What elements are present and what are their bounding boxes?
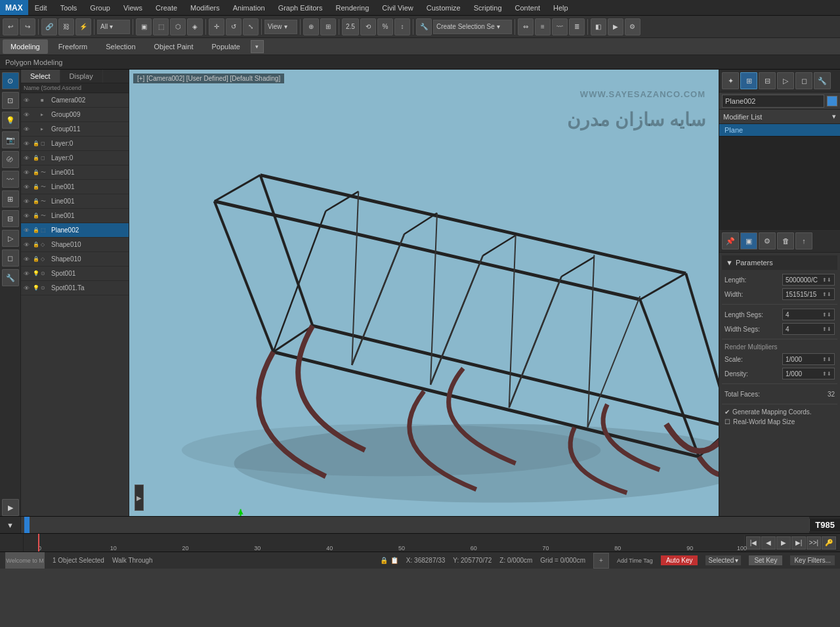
add-time-tag-btn[interactable]: + xyxy=(593,553,609,569)
select-paint-button[interactable]: ◈ xyxy=(187,18,203,35)
tab-object-paint[interactable]: Object Paint xyxy=(146,39,201,54)
scene-item-spot001-ta[interactable]: 👁 💡 ⊙ Spot001.Ta xyxy=(21,281,129,295)
show-modifier-btn[interactable]: ▣ xyxy=(740,232,757,249)
select-lasso-button[interactable]: ⬡ xyxy=(170,18,186,35)
set-key-btn[interactable]: Set Key xyxy=(749,555,782,565)
render-button[interactable]: ▶ xyxy=(608,18,623,35)
minimap-toggle[interactable]: ▶ xyxy=(135,485,144,511)
pin-modifier-btn[interactable]: 📌 xyxy=(722,232,739,249)
quick-render[interactable]: ⚙ xyxy=(625,18,640,35)
select-region-btn[interactable]: ⊡ xyxy=(2,92,19,109)
scene-item-line001-3[interactable]: 👁 🔒 〜 Line001 xyxy=(21,194,129,209)
snap-toggle[interactable]: 2.5 xyxy=(342,18,359,35)
menu-views[interactable]: Views xyxy=(117,0,149,15)
delete-modifier-btn[interactable]: 🗑 xyxy=(777,232,794,249)
create-selection-dropdown[interactable]: Create Selection Se ▾ xyxy=(433,20,512,34)
real-world-checkbox[interactable]: ☐ Real-World Map Size xyxy=(722,417,837,427)
utilities-panel-btn[interactable]: 🔧 xyxy=(814,72,831,89)
align-view-button[interactable]: ≡ xyxy=(535,18,551,35)
menu-modifiers[interactable]: Modifiers xyxy=(184,0,226,15)
modify-panel-btn[interactable]: ⊞ xyxy=(740,72,757,89)
camera-btn[interactable]: 📷 xyxy=(2,131,19,148)
menu-rendering[interactable]: Rendering xyxy=(329,0,376,15)
viewport[interactable]: [+] [Camera002] [User Defined] [Default … xyxy=(129,70,719,516)
spinner-snap[interactable]: ↕ xyxy=(394,18,410,35)
scene-item-line001-4[interactable]: 👁 🔒 〜 Line001 xyxy=(21,209,129,223)
scale-input[interactable]: 1/000 ⬆⬇ xyxy=(782,353,835,365)
mirror-button[interactable]: ⇔ xyxy=(518,18,534,35)
max-button[interactable]: MAX xyxy=(0,0,28,15)
length-input[interactable]: 5000000/C ⬆⬇ xyxy=(782,274,835,286)
config-modifier-btn[interactable]: ⚙ xyxy=(759,232,776,249)
object-name-input[interactable] xyxy=(722,95,824,108)
angle-snap[interactable]: ⟲ xyxy=(360,18,376,35)
tab-display[interactable]: Display xyxy=(60,70,103,83)
rotate-button[interactable]: ↺ xyxy=(226,18,242,35)
timeline-expand[interactable]: ▼ xyxy=(0,517,21,533)
display-btn[interactable]: ◻ xyxy=(2,249,19,267)
object-color-swatch[interactable] xyxy=(827,96,837,106)
menu-group[interactable]: Group xyxy=(83,0,117,15)
density-input[interactable]: 1/000 ⬆⬇ xyxy=(782,368,835,379)
auto-key-btn[interactable]: Auto Key xyxy=(661,555,698,565)
menu-customize[interactable]: Customize xyxy=(420,0,467,15)
curve-editor[interactable]: 〰 xyxy=(552,18,568,35)
more-tabs-button[interactable]: ▾ xyxy=(251,40,264,53)
motion-btn[interactable]: ▷ xyxy=(2,230,19,247)
select-button[interactable]: ▣ xyxy=(136,18,152,35)
light-btn[interactable]: 💡 xyxy=(2,112,19,129)
gen-mapping-checkbox[interactable]: ✔ Generate Mapping Coords. xyxy=(722,407,837,417)
create-panel-btn[interactable]: ✦ xyxy=(722,72,739,89)
selected-dropdown[interactable]: Selected ▾ xyxy=(705,555,741,565)
helper-btn[interactable]: 〄 xyxy=(2,151,19,168)
length-segs-input[interactable]: 4 ⬆⬇ xyxy=(782,309,835,320)
motion-panel-btn[interactable]: ▷ xyxy=(777,72,794,89)
unlink-button[interactable]: ⛓ xyxy=(58,18,74,35)
next-frame-btn[interactable]: ▶| xyxy=(791,536,806,550)
percent-snap[interactable]: % xyxy=(377,18,393,35)
link-button[interactable]: 🔗 xyxy=(41,18,57,35)
scene-item-plane002[interactable]: 👁 🔒 ⬚ Plane002 xyxy=(21,223,129,238)
menu-civil-view[interactable]: Civil View xyxy=(375,0,419,15)
utilities-btn[interactable]: 🔧 xyxy=(2,269,19,286)
modifier-plane[interactable]: Plane xyxy=(719,124,840,137)
render-settings[interactable]: 🔧 xyxy=(416,18,432,35)
modifier-btn[interactable]: ⊞ xyxy=(2,190,19,207)
width-segs-input[interactable]: 4 ⬆⬇ xyxy=(782,323,835,335)
ruler-track[interactable]: 0 10 20 30 40 50 60 70 80 90 100 xyxy=(24,534,744,551)
menu-edit[interactable]: Edit xyxy=(28,0,54,15)
scene-item-line001-1[interactable]: 👁 🔒 〜 Line001 xyxy=(21,165,129,180)
status-icon-1[interactable]: 🔒 xyxy=(380,557,388,564)
tab-select[interactable]: Select xyxy=(21,70,60,83)
width-input[interactable]: 151515/15 ⬆⬇ xyxy=(782,288,835,300)
scene-item-layer0-1[interactable]: 👁 🔒 ◻ Layer:0 xyxy=(21,137,129,151)
align-button[interactable]: ⊞ xyxy=(320,18,336,35)
filter-dropdown[interactable]: All ▾ xyxy=(97,20,130,34)
play-btn[interactable]: ▶ xyxy=(776,536,791,550)
menu-create[interactable]: Create xyxy=(149,0,184,15)
goto-end-btn[interactable]: >>| xyxy=(807,536,821,550)
status-icon-2[interactable]: 📋 xyxy=(390,557,398,564)
scene-item-shape010-1[interactable]: 👁 🔒 ◇ Shape010 xyxy=(21,238,129,252)
visibility-icon[interactable]: 👁 xyxy=(24,97,32,104)
hierarchy-panel-btn[interactable]: ⊟ xyxy=(759,72,776,89)
tab-populate[interactable]: Populate xyxy=(203,39,247,54)
menu-graph-editors[interactable]: Graph Editors xyxy=(272,0,329,15)
view-dropdown[interactable]: View ▾ xyxy=(264,20,297,34)
expand-panel-btn[interactable]: ▶ xyxy=(2,499,19,516)
scale-button[interactable]: ⤡ xyxy=(243,18,259,35)
params-header[interactable]: ▼ Parameters xyxy=(722,255,837,270)
redo-button[interactable]: ↪ xyxy=(20,18,35,35)
menu-tools[interactable]: Tools xyxy=(54,0,84,15)
select-region-button[interactable]: ⬚ xyxy=(153,18,169,35)
menu-help[interactable]: Help xyxy=(547,0,575,15)
space-warp-btn[interactable]: 〰 xyxy=(2,171,19,188)
scene-item-group011[interactable]: 👁 ▸ Group011 xyxy=(21,122,129,137)
up-modifier-btn[interactable]: ↑ xyxy=(795,232,812,249)
pivot-button[interactable]: ⊕ xyxy=(303,18,319,35)
menu-content[interactable]: Content xyxy=(509,0,547,15)
scene-item-spot001[interactable]: 👁 💡 ⊙ Spot001 xyxy=(21,267,129,281)
key-mode-btn[interactable]: 🔑 xyxy=(822,536,836,550)
tab-freeform[interactable]: Freeform xyxy=(51,39,96,54)
bind-button[interactable]: ⚡ xyxy=(75,18,91,35)
